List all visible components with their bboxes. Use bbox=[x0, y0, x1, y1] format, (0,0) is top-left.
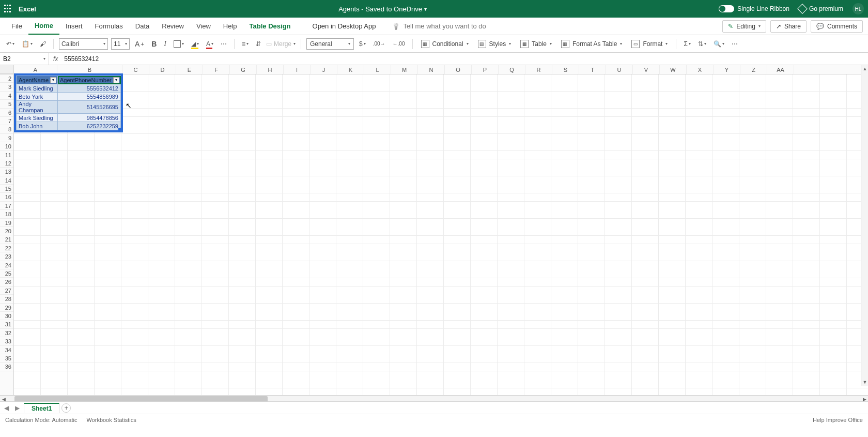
column-header[interactable]: G bbox=[230, 65, 257, 74]
row-header[interactable]: 10 bbox=[0, 142, 13, 150]
scroll-thumb[interactable] bbox=[14, 396, 268, 401]
column-header[interactable]: AA bbox=[767, 65, 794, 74]
find-button[interactable]: 🔍▾ bbox=[711, 39, 726, 49]
column-header[interactable]: B bbox=[57, 65, 122, 74]
row-header[interactable]: 33 bbox=[0, 337, 13, 345]
row-header[interactable]: 22 bbox=[0, 244, 13, 252]
scroll-up-arrow[interactable]: ▲ bbox=[861, 65, 868, 72]
fx-icon[interactable]: fx bbox=[49, 55, 62, 63]
row-header[interactable]: 6 bbox=[0, 109, 13, 117]
row-header[interactable]: 5 bbox=[0, 100, 13, 108]
borders-button[interactable]: ▾ bbox=[172, 39, 186, 49]
row-header[interactable]: 14 bbox=[0, 176, 13, 185]
cell-agentname[interactable]: Andy Champan bbox=[17, 101, 58, 114]
column-header[interactable]: I bbox=[284, 65, 311, 74]
cell-agentphone[interactable]: 9854478856 bbox=[58, 114, 121, 122]
column-header[interactable]: V bbox=[633, 65, 660, 74]
row-header[interactable]: 19 bbox=[0, 219, 13, 227]
scroll-left-arrow[interactable]: ◀ bbox=[0, 396, 7, 401]
paste-button[interactable]: 📋▾ bbox=[20, 39, 35, 49]
column-header[interactable]: Z bbox=[740, 65, 767, 74]
column-header[interactable]: T bbox=[579, 65, 606, 74]
format-painter-button[interactable]: 🖌 bbox=[38, 39, 48, 49]
column-header[interactable]: L bbox=[364, 65, 391, 74]
share-button[interactable]: ↗ Share bbox=[770, 20, 807, 33]
column-header[interactable]: C bbox=[122, 65, 149, 74]
column-header[interactable]: X bbox=[687, 65, 714, 74]
calc-mode-label[interactable]: Calculation Mode: Automatic bbox=[5, 417, 77, 423]
cell-agentphone[interactable]: 5145526695 bbox=[58, 101, 121, 114]
decrease-decimal-button[interactable]: ←.00 bbox=[391, 40, 407, 48]
editing-mode-button[interactable]: ✎ Editing ▾ bbox=[722, 20, 766, 33]
sheet-next-button[interactable]: ▶ bbox=[13, 404, 22, 412]
column-header[interactable]: M bbox=[391, 65, 418, 74]
row-header[interactable]: 16 bbox=[0, 193, 13, 201]
horizontal-scrollbar[interactable]: ◀ ▶ bbox=[0, 395, 868, 401]
column-header[interactable]: S bbox=[552, 65, 579, 74]
column-header[interactable]: J bbox=[311, 65, 337, 74]
row-header[interactable]: 31 bbox=[0, 320, 13, 328]
row-header[interactable]: 3 bbox=[0, 83, 13, 91]
column-header[interactable]: Q bbox=[499, 65, 525, 74]
tab-view[interactable]: View bbox=[190, 18, 217, 35]
scroll-right-arrow[interactable]: ▶ bbox=[861, 396, 868, 401]
column-header[interactable]: W bbox=[660, 65, 687, 74]
single-line-ribbon-toggle[interactable]: Single Line Ribbon bbox=[719, 5, 789, 12]
row-header[interactable]: 18 bbox=[0, 210, 13, 218]
autosum-button[interactable]: Σ▾ bbox=[681, 39, 692, 49]
sheet-tab-active[interactable]: Sheet1 bbox=[24, 403, 59, 413]
column-header[interactable]: D bbox=[149, 65, 176, 74]
row-header[interactable]: 21 bbox=[0, 235, 13, 244]
tab-review[interactable]: Review bbox=[156, 18, 190, 35]
more-commands[interactable]: ⋯ bbox=[730, 39, 740, 49]
comments-button[interactable]: 💬 Comments bbox=[811, 20, 863, 33]
fill-color-button[interactable]: ◢▾ bbox=[189, 39, 201, 49]
cell-agentphone[interactable]: 6252232259 bbox=[58, 122, 121, 130]
column-header[interactable]: E bbox=[176, 65, 203, 74]
column-header[interactable]: Y bbox=[714, 65, 740, 74]
tab-help[interactable]: Help bbox=[217, 18, 243, 35]
row-header[interactable]: 11 bbox=[0, 151, 13, 159]
format-button[interactable]: ▭Format▾ bbox=[628, 40, 671, 48]
row-header[interactable]: 32 bbox=[0, 329, 13, 337]
add-sheet-button[interactable]: + bbox=[61, 403, 71, 413]
cell-agentname[interactable]: Bob John bbox=[17, 122, 58, 130]
number-format-select[interactable]: General▾ bbox=[306, 38, 354, 50]
filter-dropdown-icon[interactable]: ▾ bbox=[50, 77, 56, 83]
column-header[interactable]: R bbox=[525, 65, 552, 74]
cell-agentphone[interactable]: 5554856989 bbox=[58, 93, 121, 101]
row-header[interactable]: 35 bbox=[0, 354, 13, 363]
row-header[interactable]: 12 bbox=[0, 159, 13, 168]
wrap-text-button[interactable]: ⇵ bbox=[254, 39, 263, 49]
merge-button[interactable]: ▭Merge▾ bbox=[266, 40, 296, 48]
row-header[interactable]: 9 bbox=[0, 134, 13, 142]
row-header[interactable]: 30 bbox=[0, 312, 13, 320]
row-header[interactable]: 29 bbox=[0, 304, 13, 312]
alignment-button[interactable]: ≡▾ bbox=[240, 39, 251, 49]
document-title[interactable]: Agents - Saved to OneDrive ▾ bbox=[47, 5, 719, 13]
row-header[interactable]: 2 bbox=[0, 74, 13, 83]
column-header[interactable]: F bbox=[203, 65, 230, 74]
row-header[interactable]: 13 bbox=[0, 168, 13, 176]
tab-table-design[interactable]: Table Design bbox=[243, 18, 297, 35]
row-header[interactable]: 28 bbox=[0, 295, 13, 303]
column-header[interactable]: K bbox=[337, 65, 364, 74]
format-as-table-button[interactable]: ▦Format As Table▾ bbox=[558, 40, 625, 48]
italic-button[interactable]: I bbox=[162, 39, 168, 49]
row-header[interactable]: 34 bbox=[0, 346, 13, 354]
row-header[interactable]: 7 bbox=[0, 117, 13, 125]
open-in-desktop-button[interactable]: Open in Desktop App bbox=[306, 18, 382, 35]
row-header[interactable]: 4 bbox=[0, 92, 13, 100]
font-color-button[interactable]: A▾ bbox=[204, 39, 215, 49]
tab-file[interactable]: File bbox=[5, 18, 28, 35]
col-header-agentname[interactable]: AgentName ▾ bbox=[17, 76, 58, 84]
more-font-options[interactable]: ⋯ bbox=[219, 39, 229, 49]
row-header[interactable]: 17 bbox=[0, 202, 13, 210]
select-all-corner[interactable] bbox=[0, 65, 14, 74]
font-name-select[interactable]: Calibri▾ bbox=[59, 38, 108, 50]
tab-home[interactable]: Home bbox=[28, 18, 59, 35]
row-header[interactable]: 20 bbox=[0, 227, 13, 235]
scroll-down-arrow[interactable]: ▼ bbox=[861, 379, 868, 386]
table-button[interactable]: ▦Table▾ bbox=[517, 40, 555, 48]
row-header[interactable]: 15 bbox=[0, 185, 13, 193]
